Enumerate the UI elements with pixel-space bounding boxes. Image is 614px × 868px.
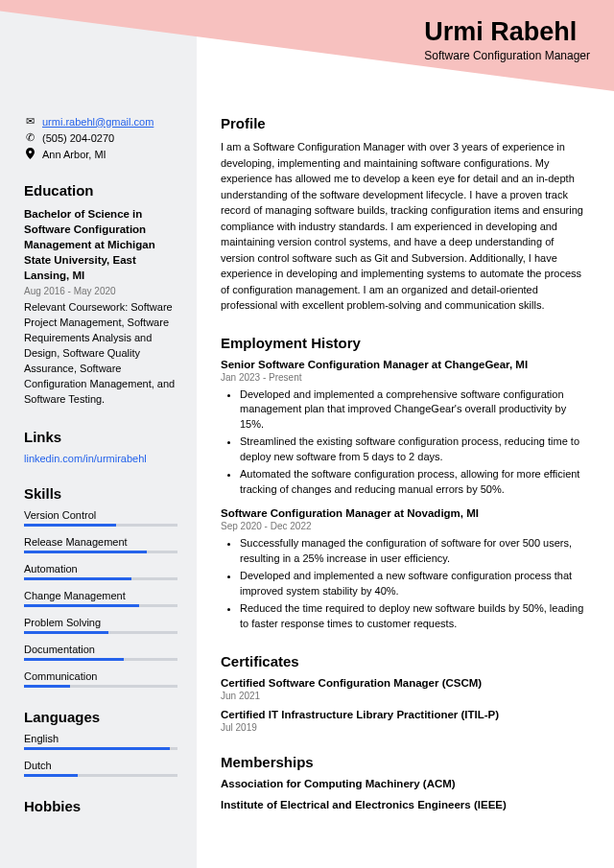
skill-name: Problem Solving: [24, 617, 177, 628]
hobbies-heading: Hobbies: [24, 798, 177, 814]
skill-name: Automation: [24, 563, 177, 575]
skill-name: Release Management: [24, 536, 177, 548]
language-item: Dutch: [24, 760, 177, 777]
language-name: Dutch: [24, 760, 177, 771]
job-bullet: Developed and implemented a new software…: [240, 569, 590, 599]
job-bullets: Successfully managed the configuration o…: [221, 536, 590, 632]
languages-heading: Languages: [24, 709, 177, 725]
email-icon: ✉: [24, 115, 35, 128]
education-degree: Bachelor of Science in Software Configur…: [24, 206, 177, 283]
skill-bar: [24, 631, 177, 634]
profile-text: I am a Software Configuration Manager wi…: [221, 139, 590, 314]
job-bullet: Developed and implemented a comprehensiv…: [240, 387, 590, 434]
job-bullet: Automated the software configuration pro…: [240, 467, 590, 498]
memberships-heading: Memberships: [221, 754, 590, 770]
job-date: Sep 2020 - Dec 2022: [221, 521, 590, 531]
skill-item: Version Control: [24, 509, 177, 527]
contact-phone: ✆ (505) 204-0270: [24, 131, 177, 144]
certificate-date: Jun 2021: [221, 691, 590, 701]
job-title-header: Software Configuration Manager: [424, 49, 590, 62]
person-name: Urmi Rabehl: [424, 17, 590, 47]
skill-item: Documentation: [24, 644, 177, 661]
education-heading: Education: [24, 182, 177, 199]
skill-name: Communication: [24, 670, 177, 682]
education-date: Aug 2016 - May 2020: [24, 286, 177, 296]
linkedin-link[interactable]: linkedin.com/in/urmirabehl: [24, 453, 177, 464]
skill-fill: [24, 524, 116, 527]
certificate-date: Jul 2019: [221, 722, 590, 733]
skill-item: Change Management: [24, 590, 177, 607]
job-bullet: Reduced the time required to deploy new …: [240, 601, 590, 632]
job-bullet: Streamlined the existing software config…: [240, 434, 590, 465]
phone-icon: ✆: [24, 131, 35, 144]
skill-name: Version Control: [24, 509, 177, 521]
language-fill: [24, 747, 170, 750]
skill-bar: [24, 685, 177, 688]
job-title: Software Configuration Manager at Novadi…: [221, 507, 590, 519]
membership-item: Association for Computing Machinery (ACM…: [221, 778, 590, 789]
language-bar: [24, 774, 177, 777]
skill-item: Release Management: [24, 536, 177, 553]
main-content: Profile I am a Software Configuration Ma…: [197, 0, 614, 868]
skill-item: Problem Solving: [24, 617, 177, 634]
language-name: English: [24, 733, 177, 744]
skill-fill: [24, 685, 70, 688]
contact-location: Ann Arbor, MI: [24, 148, 177, 161]
skill-item: Automation: [24, 563, 177, 580]
certificate-title: Certified Software Configuration Manager…: [221, 677, 590, 689]
skill-name: Documentation: [24, 644, 177, 655]
skill-fill: [24, 658, 124, 661]
employment-heading: Employment History: [221, 335, 590, 351]
language-item: English: [24, 733, 177, 750]
contact-email: ✉ urmi.rabehl@gmail.com: [24, 115, 177, 128]
skill-fill: [24, 631, 108, 634]
skill-fill: [24, 604, 139, 607]
job-bullets: Developed and implemented a comprehensiv…: [221, 387, 590, 499]
skill-name: Change Management: [24, 590, 177, 601]
sidebar: ✉ urmi.rabehl@gmail.com ✆ (505) 204-0270…: [0, 0, 197, 868]
job-date: Jan 2023 - Present: [221, 372, 590, 383]
header: Urmi Rabehl Software Configuration Manag…: [424, 17, 590, 62]
education-description: Relevant Coursework: Software Project Ma…: [24, 300, 177, 408]
certificate-entry: Certified IT Infrastructure Library Prac…: [221, 709, 590, 733]
skill-bar: [24, 658, 177, 661]
certificate-entry: Certified Software Configuration Manager…: [221, 677, 590, 701]
skill-bar: [24, 551, 177, 553]
skill-bar: [24, 604, 177, 607]
job-entry: Software Configuration Manager at Novadi…: [221, 507, 590, 632]
links-heading: Links: [24, 429, 177, 445]
membership-item: Institute of Electrical and Electronics …: [221, 799, 590, 810]
skill-fill: [24, 577, 131, 580]
job-bullet: Successfully managed the configuration o…: [240, 536, 590, 567]
language-fill: [24, 774, 78, 777]
skill-bar: [24, 524, 177, 527]
language-bar: [24, 747, 177, 750]
email-link[interactable]: urmi.rabehl@gmail.com: [42, 116, 154, 128]
certificates-heading: Certificates: [221, 653, 590, 669]
skill-item: Communication: [24, 670, 177, 688]
location-icon: [24, 148, 35, 161]
skills-heading: Skills: [24, 485, 177, 502]
profile-heading: Profile: [221, 115, 590, 131]
location-text: Ann Arbor, MI: [42, 149, 106, 160]
skill-bar: [24, 577, 177, 580]
job-title: Senior Software Configuration Manager at…: [221, 359, 590, 370]
skill-fill: [24, 551, 147, 553]
phone-text: (505) 204-0270: [42, 132, 114, 144]
certificate-title: Certified IT Infrastructure Library Prac…: [221, 709, 590, 720]
job-entry: Senior Software Configuration Manager at…: [221, 359, 590, 499]
